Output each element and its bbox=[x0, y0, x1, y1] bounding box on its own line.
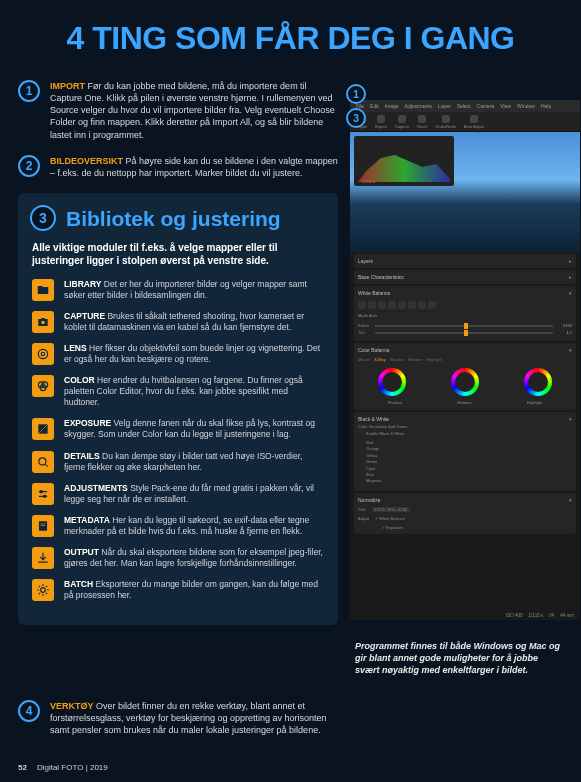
step-1-text: IMPORT Før du kan jobbe med bildene, må … bbox=[50, 80, 338, 141]
menu-item[interactable]: Layer bbox=[438, 103, 451, 109]
app-preview-image: 1/100 s bbox=[350, 132, 580, 252]
wheel-label: Shadow bbox=[388, 400, 402, 405]
wb-dot[interactable] bbox=[368, 301, 376, 309]
wb-mode-value: Auto bbox=[369, 313, 377, 318]
svg-rect-12 bbox=[41, 525, 46, 526]
cb-tabs: Master3-WayShadowMidtoneHighlight bbox=[358, 355, 572, 364]
badge-1: 1 bbox=[18, 80, 40, 102]
wheel-shadow[interactable] bbox=[378, 368, 406, 396]
shot-badge-1: 1 bbox=[346, 84, 366, 104]
toolbar-item[interactable]: Export bbox=[375, 115, 387, 129]
wb-dot[interactable] bbox=[378, 301, 386, 309]
cb-tab[interactable]: Shadow bbox=[390, 357, 404, 362]
camera-icon bbox=[32, 311, 54, 333]
toolbar-item[interactable]: Auto Adjust bbox=[464, 115, 484, 129]
module-text: DETAILS Du kan dempe støy i bilder tatt … bbox=[64, 451, 324, 473]
module-row: ADJUSTMENTS Style Pack-ene du får med gr… bbox=[32, 483, 324, 505]
bw-section: Black & White▾ Color Sensitivity Split T… bbox=[354, 412, 576, 491]
wb-presets bbox=[358, 298, 572, 312]
menu-item[interactable]: View bbox=[500, 103, 511, 109]
module-row: BATCH Eksporterer du mange bilder om gan… bbox=[32, 579, 324, 601]
infobar-value: ISO 400 bbox=[506, 613, 523, 618]
nm-check-exposure[interactable]: ✓ Exposure bbox=[382, 525, 403, 530]
panel-intro: Alle viktige moduler til f.eks. å velge … bbox=[32, 241, 324, 267]
toolbar-icon bbox=[377, 115, 385, 123]
svg-point-13 bbox=[41, 588, 46, 593]
infobar-value: 44 mm bbox=[560, 613, 574, 618]
toolbar-icon bbox=[398, 115, 406, 123]
module-row: OUTPUT Når du skal eksportere bildene so… bbox=[32, 547, 324, 569]
batch-icon bbox=[32, 579, 54, 601]
panel-title: Bibliotek og justering bbox=[66, 207, 324, 231]
nm-check-wb[interactable]: ✓ White Balance bbox=[375, 516, 405, 521]
wheel-label: Highlight bbox=[527, 400, 543, 405]
left-column: 1 IMPORT Før du kan jobbe med bildene, m… bbox=[18, 80, 338, 625]
module-text: LENS Her fikser du objektivfeil som bued… bbox=[64, 343, 324, 365]
toolbar-item[interactable]: Reset bbox=[417, 115, 427, 129]
cb-tab[interactable]: Master bbox=[358, 357, 370, 362]
app-screenshot: FileEditImageAdjustmentsLayerSelectCamer… bbox=[350, 100, 580, 620]
wb-dot[interactable] bbox=[418, 301, 426, 309]
menu-item[interactable]: Camera bbox=[477, 103, 495, 109]
svg-point-1 bbox=[38, 350, 47, 359]
step-4: 4 VERKTØY Over bildet finner du en rekke… bbox=[18, 700, 338, 736]
wb-dot[interactable] bbox=[408, 301, 416, 309]
app-toolbar: ImportExportCaptureResetUndo/RedoAuto Ad… bbox=[350, 112, 580, 132]
menu-item[interactable]: Window bbox=[517, 103, 535, 109]
page-headline: 4 TING SOM FÅR DEG I GANG bbox=[0, 20, 581, 57]
page-footer: 52 Digital FOTO | 2019 bbox=[18, 763, 108, 772]
color-wheels bbox=[358, 364, 572, 400]
chevron-icon: ▸ bbox=[569, 258, 572, 264]
svg-rect-11 bbox=[41, 523, 46, 524]
wb-title: White Balance bbox=[358, 290, 390, 296]
svg-point-7 bbox=[39, 457, 46, 464]
cb-tab[interactable]: Midtone bbox=[408, 357, 422, 362]
cb-tab[interactable]: 3-Way bbox=[374, 357, 385, 362]
wb-dot[interactable] bbox=[428, 301, 436, 309]
module-row: METADATA Her kan du legge til søkeord, s… bbox=[32, 515, 324, 537]
toolbar-item[interactable]: Capture bbox=[395, 115, 409, 129]
histogram-info: 1/100 s bbox=[362, 179, 375, 184]
info-bar: ISO 4001/110 sf/444 mm bbox=[350, 610, 580, 620]
lens-icon bbox=[32, 343, 54, 365]
wb-dot[interactable] bbox=[388, 301, 396, 309]
chevron-icon: ▸ bbox=[569, 274, 572, 280]
module-text: METADATA Her kan du legge til søkeord, s… bbox=[64, 515, 324, 537]
menu-item[interactable]: Help bbox=[541, 103, 551, 109]
toolbar-item[interactable]: Undo/Redo bbox=[436, 115, 456, 129]
module-text: LIBRARY Det er her du importerer bilder … bbox=[64, 279, 324, 301]
base-section: Base Characteristics▸ bbox=[354, 270, 576, 284]
module-text: EXPOSURE Velg denne fanen når du skal fi… bbox=[64, 418, 324, 440]
menu-item[interactable]: Select bbox=[457, 103, 471, 109]
output-icon bbox=[32, 547, 54, 569]
toolbar-icon bbox=[470, 115, 478, 123]
step-4-lead: VERKTØY bbox=[50, 701, 94, 711]
slider-row[interactable]: Tint1.7 bbox=[358, 330, 572, 335]
wheel-label: Midtone bbox=[457, 400, 471, 405]
right-column: 1 3 FileEditImageAdjustmentsLayerSelectC… bbox=[350, 80, 570, 640]
module-text: OUTPUT Når du skal eksportere bildene so… bbox=[64, 547, 324, 569]
svg-point-8 bbox=[40, 490, 42, 492]
magazine-name: Digital FOTO | 2019 bbox=[37, 763, 108, 772]
step-1-lead: IMPORT bbox=[50, 81, 85, 91]
bw-channel[interactable]: Magenta bbox=[366, 478, 572, 484]
module-text: CAPTURE Brukes til såkalt tethered shoot… bbox=[64, 311, 324, 333]
menu-item[interactable]: Edit bbox=[370, 103, 379, 109]
menu-item[interactable]: Image bbox=[385, 103, 399, 109]
normalize-section: Normalize▾ Pick 127.0, 29%, +0.02 Adjust… bbox=[354, 493, 576, 534]
toolbar-icon bbox=[442, 115, 450, 123]
module-text: COLOR Her endrer du hvitbalansen og farg… bbox=[64, 375, 324, 408]
folder-icon bbox=[32, 279, 54, 301]
cb-tab[interactable]: Highlight bbox=[426, 357, 442, 362]
toolbar-icon bbox=[418, 115, 426, 123]
bw-enable[interactable]: Enable Black & White bbox=[358, 429, 572, 438]
wb-dot[interactable] bbox=[398, 301, 406, 309]
slider-row[interactable]: Kelvin5192 bbox=[358, 323, 572, 328]
wheel-midtone[interactable] bbox=[451, 368, 479, 396]
wheel-highlight[interactable] bbox=[524, 368, 552, 396]
menu-item[interactable]: Adjustments bbox=[405, 103, 433, 109]
wb-dot[interactable] bbox=[358, 301, 366, 309]
screenshot-caption: Programmet finnes til både Windows og Ma… bbox=[355, 640, 565, 676]
step-2: 2 BILDEOVERSIKT På høyre side kan du se … bbox=[18, 155, 338, 179]
chevron-down-icon: ▾ bbox=[569, 347, 572, 353]
